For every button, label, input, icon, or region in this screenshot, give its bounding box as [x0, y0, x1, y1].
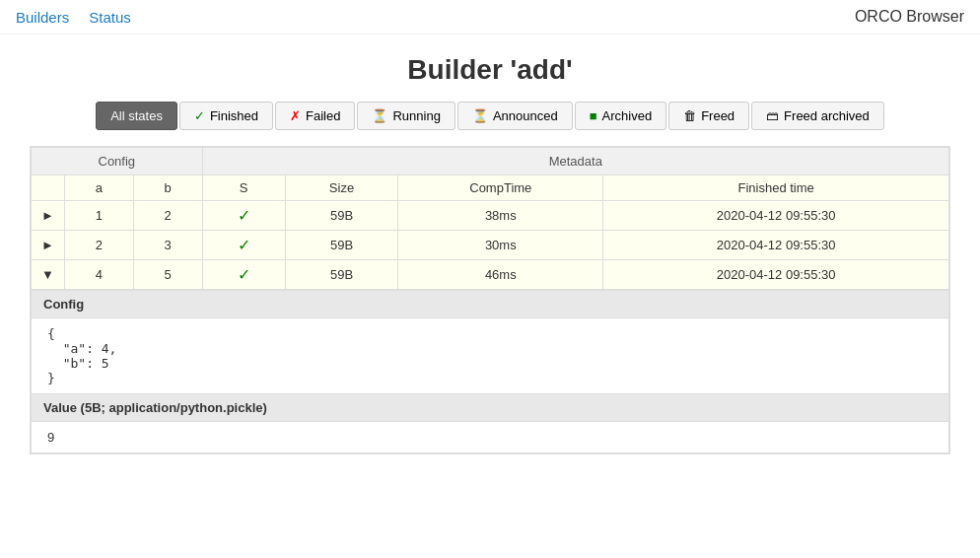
tab-failed-label: Failed [306, 108, 340, 123]
row-finished-0: 2020-04-12 09:55:30 [603, 201, 949, 231]
failed-icon: ✗ [290, 108, 301, 123]
col-b: b [133, 175, 202, 201]
value-section-content: 9 [32, 422, 948, 453]
row-comptime-1: 30ms [398, 231, 603, 260]
row-a-2: 4 [64, 260, 133, 290]
metadata-group-header: Metadata [202, 148, 948, 175]
config-section-header: Config [32, 291, 948, 318]
table-row: ► 1 2 ✓ 59B 38ms 2020-04-12 09:55:30 [32, 201, 949, 231]
row-expand-2[interactable]: ▼ [32, 260, 65, 290]
tab-freed-archived[interactable]: 🗃 Freed archived [751, 102, 884, 130]
row-size-2: 59B [285, 260, 398, 290]
tab-freed[interactable]: 🗑 Freed [668, 102, 749, 130]
nav-brand: ORCO Browser [855, 8, 964, 26]
row-a-0: 1 [64, 201, 133, 231]
nav-link-status[interactable]: Status [89, 9, 131, 26]
col-comptime: CompTime [398, 175, 603, 201]
freed-icon: 🗑 [683, 108, 696, 123]
tab-archived[interactable]: ■ Archived [575, 102, 666, 130]
row-size-0: 59B [285, 201, 398, 231]
tab-announced-label: Announced [493, 108, 558, 123]
running-icon: ⏳ [372, 108, 387, 123]
nav-link-builders[interactable]: Builders [16, 9, 69, 26]
tab-announced[interactable]: ⏳ Announced [457, 102, 573, 130]
config-section-content: { "a": 4, "b": 5 } [32, 318, 948, 393]
value-section-header: Value (5B; application/python.pickle) [32, 393, 948, 422]
tab-finished-label: Finished [210, 108, 258, 123]
status-icon-0: ✓ [238, 207, 250, 224]
tab-freed-label: Freed [701, 108, 735, 123]
tab-finished[interactable]: ✓ Finished [179, 102, 273, 130]
row-a-1: 2 [64, 231, 133, 260]
expanded-detail-row: Config { "a": 4, "b": 5 } Value (5B; app… [32, 290, 949, 453]
row-finished-2: 2020-04-12 09:55:30 [603, 260, 949, 290]
expanded-detail-cell: Config { "a": 4, "b": 5 } Value (5B; app… [32, 290, 949, 453]
row-b-2: 5 [133, 260, 202, 290]
table-row: ▼ 4 5 ✓ 59B 46ms 2020-04-12 09:55:30 [32, 260, 949, 290]
row-finished-1: 2020-04-12 09:55:30 [603, 231, 949, 260]
row-expand-1[interactable]: ► [32, 231, 65, 260]
expanded-section: Config { "a": 4, "b": 5 } Value (5B; app… [32, 290, 948, 453]
group-header-row: Config Metadata [32, 148, 949, 175]
row-size-1: 59B [285, 231, 398, 260]
row-b-1: 3 [133, 231, 202, 260]
col-s: S [202, 175, 285, 201]
main-table-container: Config Metadata a b S Size CompTime Fini… [30, 146, 950, 454]
archived-icon: ■ [590, 108, 597, 123]
tab-archived-label: Archived [602, 108, 653, 123]
tabs-bar: All states ✓ Finished ✗ Failed ⏳ Running… [0, 102, 980, 130]
col-finished: Finished time [603, 175, 949, 201]
row-expand-0[interactable]: ► [32, 201, 65, 231]
announced-icon: ⏳ [472, 108, 488, 123]
page-title: Builder 'add' [0, 54, 980, 86]
status-icon-1: ✓ [238, 237, 250, 253]
col-header-row: a b S Size CompTime Finished time [32, 175, 949, 201]
config-group-header: Config [32, 148, 203, 175]
row-b-0: 2 [133, 201, 202, 231]
nav-bar: Builders Status ORCO Browser [0, 0, 980, 35]
tab-freed-archived-label: Freed archived [784, 108, 870, 123]
col-size: Size [285, 175, 398, 201]
row-comptime-0: 38ms [398, 201, 603, 231]
status-icon-2: ✓ [238, 266, 250, 283]
table-row: ► 2 3 ✓ 59B 30ms 2020-04-12 09:55:30 [32, 231, 949, 260]
tab-failed[interactable]: ✗ Failed [275, 102, 355, 130]
row-s-1: ✓ [202, 231, 285, 260]
col-a: a [64, 175, 133, 201]
col-expand [32, 175, 65, 201]
tab-all-states[interactable]: All states [96, 102, 177, 130]
tab-all-states-label: All states [110, 108, 163, 123]
row-s-2: ✓ [202, 260, 285, 290]
builds-table: Config Metadata a b S Size CompTime Fini… [31, 147, 949, 453]
tab-running-label: Running [392, 108, 440, 123]
finished-icon: ✓ [194, 108, 205, 123]
row-comptime-2: 46ms [398, 260, 603, 290]
tab-running[interactable]: ⏳ Running [357, 102, 455, 130]
freed-archived-icon: 🗃 [766, 108, 779, 123]
row-s-0: ✓ [202, 201, 285, 231]
